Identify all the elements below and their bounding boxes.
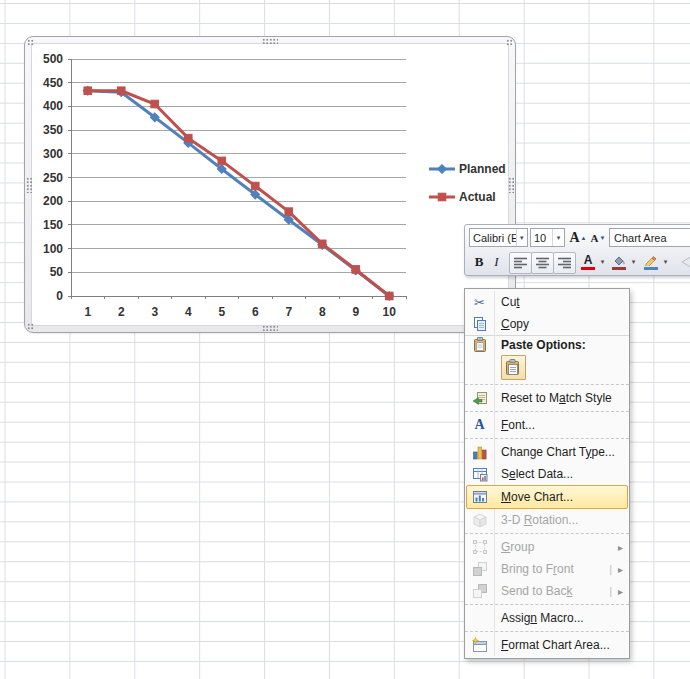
x-axis-label: 9 [352, 305, 359, 319]
x-axis-label: 10 [383, 305, 397, 319]
chevron-down-icon[interactable]: ▾ [516, 229, 527, 246]
marker-actual [285, 208, 293, 216]
scissors-icon: ✂ [474, 296, 485, 309]
marker-actual [117, 87, 125, 95]
chart-element-value: Chart Area [614, 232, 667, 244]
mini-toolbar: Calibri (E ▾ 10 ▾ A▲ A▼ Chart Area B I A [464, 224, 690, 276]
resize-handle-top-left[interactable] [27, 39, 34, 46]
resize-handle-right[interactable] [508, 177, 514, 193]
y-axis-label: 100 [43, 242, 63, 256]
brush-button[interactable] [675, 252, 690, 272]
align-left-button[interactable] [509, 252, 532, 274]
series-actual[interactable] [88, 91, 390, 296]
menu-item-reset-to-match-style[interactable]: Reset to Match Style [465, 387, 629, 409]
format-chart-area-icon [472, 637, 488, 653]
menu-separator [465, 438, 629, 439]
group-icon [472, 539, 488, 555]
chart-type-icon [472, 444, 488, 460]
chart-object[interactable]: 0501001502002503003504004505001234567891… [24, 36, 516, 333]
marker-actual [184, 134, 192, 142]
menu-item-change-chart-type[interactable]: Change Chart Type... [465, 441, 629, 463]
y-axis-label: 250 [43, 171, 63, 185]
menu-separator [465, 411, 629, 412]
font-color-icon: A [584, 254, 593, 266]
outline-color-button[interactable] [641, 252, 661, 272]
chevron-down-icon[interactable]: ▾ [552, 229, 564, 246]
y-axis-label: 400 [43, 99, 63, 113]
fill-color-swatch [612, 267, 626, 270]
menu-item-font[interactable]: AFont... [465, 414, 629, 436]
font-name-value: Calibri (E [470, 232, 516, 244]
font-color-button[interactable]: A [578, 252, 598, 272]
y-axis-label: 150 [43, 218, 63, 232]
font-size-combo[interactable]: 10 ▾ [530, 228, 565, 247]
send-to-back-icon [472, 583, 488, 599]
y-axis-label: 500 [43, 52, 63, 66]
burndown-chart[interactable]: 0501001502002503003504004505001234567891… [32, 44, 509, 326]
series-planned[interactable] [88, 91, 390, 296]
chart-canvas[interactable]: 0501001502002503003504004505001234567891… [31, 43, 509, 326]
marker-actual [84, 87, 92, 95]
outline-color-icon [644, 254, 658, 266]
resize-handle-bottom-left[interactable] [27, 323, 34, 330]
font-color-swatch [581, 267, 595, 270]
bold-button[interactable]: B [471, 253, 487, 271]
grow-font-button[interactable]: A▲ [568, 228, 588, 247]
resize-handle-left[interactable] [26, 177, 32, 193]
excel-worksheet[interactable]: 0501001502002503003504004505001234567891… [0, 0, 690, 679]
font-name-combo[interactable]: Calibri (E ▾ [469, 228, 528, 247]
resize-handle-bottom[interactable] [262, 325, 278, 331]
bring-to-front-icon [472, 561, 488, 577]
menu-item-group[interactable]: Group▸ [465, 536, 629, 558]
italic-button[interactable]: I [490, 253, 503, 271]
chart-element-selector[interactable]: Chart Area [609, 228, 690, 247]
font-icon: A [474, 418, 484, 432]
align-right-button[interactable] [553, 252, 576, 274]
menu-item-send-to-back[interactable]: Send to Back|▸ [465, 580, 629, 602]
marker-actual [318, 240, 326, 248]
marker-planned [438, 165, 447, 174]
y-axis-label: 50 [50, 265, 64, 279]
marker-actual [438, 193, 446, 201]
x-axis-label: 6 [252, 305, 259, 319]
fill-color-dropdown[interactable]: ▾ [629, 252, 638, 272]
split-divider: | [609, 585, 612, 597]
submenu-arrow-icon: ▸ [618, 586, 623, 597]
menu-item-format-chart-area[interactable]: Format Chart Area... [465, 634, 629, 656]
x-axis-label: 8 [319, 305, 326, 319]
menu-item-assign-macro[interactable]: Assign Macro... [465, 607, 629, 629]
menu-item-3d-rotation[interactable]: 3-D Rotation... [465, 509, 629, 531]
outline-color-dropdown[interactable]: ▾ [661, 252, 670, 272]
resize-handle-top[interactable] [262, 38, 278, 44]
submenu-arrow-icon: ▸ [618, 542, 623, 553]
menu-item-move-chart[interactable]: Move Chart... [465, 485, 629, 509]
clipboard-icon [472, 337, 488, 353]
x-axis-label: 4 [185, 305, 192, 319]
shrink-font-button[interactable]: A▼ [589, 228, 607, 247]
legend-label-actual[interactable]: Actual [459, 190, 496, 204]
menu-separator [465, 604, 629, 605]
x-axis-label: 1 [84, 305, 91, 319]
menu-separator [465, 631, 629, 632]
menu-item-copy[interactable]: Copy [465, 313, 629, 335]
legend-label-planned[interactable]: Planned [459, 162, 506, 176]
3d-cube-icon [472, 512, 488, 528]
menu-item-select-data[interactable]: Select Data... [465, 463, 629, 485]
select-data-icon [472, 466, 488, 482]
paste-icon [505, 359, 522, 376]
fill-color-button[interactable] [609, 252, 629, 272]
x-axis-label: 3 [151, 305, 158, 319]
marker-actual [352, 266, 360, 274]
x-axis-label: 7 [285, 305, 292, 319]
marker-actual [251, 182, 259, 190]
menu-item-cut[interactable]: ✂Cut [465, 291, 629, 313]
paste-options-row [465, 353, 629, 382]
move-chart-icon [472, 489, 488, 505]
align-center-button[interactable] [531, 252, 554, 274]
font-color-dropdown[interactable]: ▾ [598, 252, 607, 272]
marker-actual [151, 100, 159, 108]
menu-item-bring-to-front[interactable]: Bring to Front|▸ [465, 558, 629, 580]
outline-color-swatch [644, 267, 658, 270]
resize-handle-top-right[interactable] [506, 39, 513, 46]
paste-option-button[interactable] [501, 355, 526, 380]
